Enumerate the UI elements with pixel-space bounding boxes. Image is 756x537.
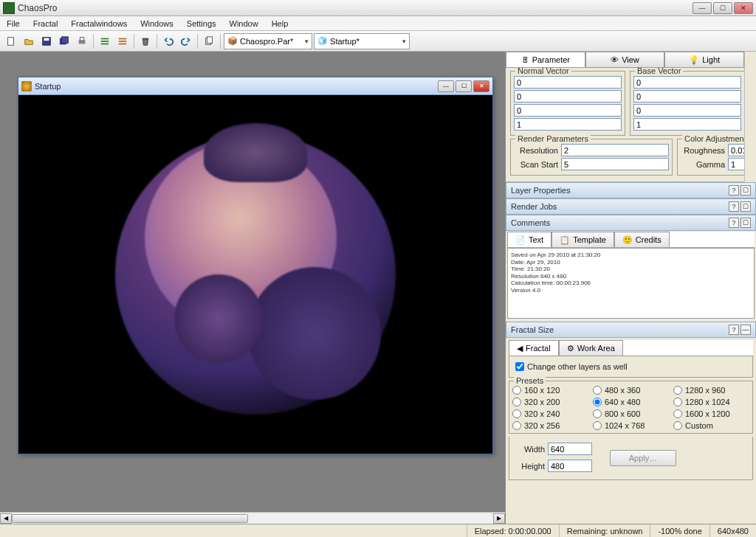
bars-orange-icon[interactable] [114, 33, 131, 49]
menu-windows[interactable]: Windows [134, 18, 180, 30]
preset-800x600[interactable]: 800 x 600 [593, 409, 669, 418]
bars-green-icon[interactable] [97, 33, 113, 49]
width-input[interactable] [548, 443, 592, 455]
minimize-icon[interactable]: — [740, 325, 751, 335]
new-file-icon[interactable] [3, 33, 19, 49]
window-minimize-button[interactable]: — [693, 2, 712, 14]
normal-vector-0[interactable] [514, 76, 622, 89]
workspace-scrollbar-horizontal[interactable]: ◀ ▶ [0, 512, 505, 524]
normal-vector-3[interactable] [514, 118, 622, 131]
size-tab-fractal[interactable]: ◀Fractal [509, 340, 559, 356]
help-icon[interactable]: ? [729, 325, 739, 335]
scan-start-input[interactable] [561, 158, 669, 170]
resolution-input[interactable] [561, 144, 669, 156]
save-all-icon[interactable] [56, 33, 72, 49]
child-minimize-button[interactable]: — [438, 80, 454, 92]
svg-rect-7 [101, 38, 109, 39]
comments-tab-credits[interactable]: 🙂Credits [614, 232, 670, 247]
comments-textbox[interactable]: Saved on Apr 29 2010 at 21:30:20 Date: A… [507, 248, 755, 319]
base-vector-1[interactable] [633, 90, 741, 103]
change-layers-checkbox[interactable]: Change other layers as well [515, 362, 746, 371]
comments-header[interactable]: Comments ?☐ [506, 215, 756, 231]
svg-rect-8 [101, 41, 109, 42]
copy-icon[interactable] [201, 33, 217, 49]
base-vector-3[interactable] [633, 118, 741, 131]
status-bar: Elapsed: 0:00:00.000 Remaining: unknown … [0, 524, 756, 537]
layer-properties-header[interactable]: Layer Properties ?☐ [506, 182, 756, 198]
svg-rect-0 [8, 37, 14, 45]
restore-icon[interactable]: ☐ [740, 185, 751, 195]
preset-1280x1024[interactable]: 1280 x 1024 [673, 398, 749, 406]
preset-640x480[interactable]: 640 x 480 [593, 398, 669, 406]
status-remaining: Remaining: unknown [559, 524, 650, 537]
box-icon: 📦 [227, 36, 238, 46]
menu-fractal[interactable]: Fractal [27, 18, 65, 30]
preset-320x240[interactable]: 320 x 240 [512, 409, 588, 418]
open-file-icon[interactable] [21, 33, 37, 49]
preset-1600x1200[interactable]: 1600 x 1200 [673, 409, 749, 418]
parameter-file-combo[interactable]: 📦 Chaospro.Par* [224, 33, 312, 49]
window-close-button[interactable]: ✕ [734, 2, 753, 14]
preset-custom[interactable]: Custom [673, 421, 749, 430]
side-scrollbar[interactable] [744, 52, 756, 182]
svg-rect-13 [142, 38, 149, 39]
slider-icon: 🎚 [521, 55, 529, 64]
child-close-button[interactable]: ✕ [473, 80, 489, 92]
base-vector-0[interactable] [633, 76, 741, 89]
cube-icon: 🧊 [317, 36, 328, 46]
render-jobs-header[interactable]: Render Jobs ?☐ [506, 198, 756, 215]
roughness-input[interactable] [728, 144, 744, 156]
preset-1024x768[interactable]: 1024 x 768 [593, 421, 669, 430]
entry-combo[interactable]: 🧊 Startup* [314, 33, 410, 49]
help-icon[interactable]: ? [729, 201, 739, 212]
tab-parameter[interactable]: 🎚Parameter [506, 52, 585, 67]
fractal-window-titlebar[interactable]: Startup — ☐ ✕ [18, 77, 492, 95]
menu-settings[interactable]: Settings [180, 18, 223, 30]
gamma-input[interactable] [728, 158, 744, 170]
restore-icon[interactable]: ☐ [740, 201, 751, 212]
apply-button[interactable]: Apply… [610, 450, 676, 466]
tab-view[interactable]: 👁View [585, 52, 665, 67]
menu-fractalwindows[interactable]: Fractalwindows [64, 18, 134, 30]
child-maximize-button[interactable]: ☐ [456, 80, 472, 92]
window-maximize-button[interactable]: ☐ [713, 2, 732, 14]
scroll-thumb[interactable] [12, 514, 248, 523]
comments-tab-text[interactable]: 📄Text [507, 232, 551, 247]
help-icon[interactable]: ? [729, 185, 739, 195]
menubar: File Fractal Fractalwindows Windows Sett… [0, 16, 756, 31]
app-titlebar: ChaosPro — ☐ ✕ [0, 0, 756, 16]
preset-160x120[interactable]: 160 x 120 [512, 386, 588, 395]
fractal-size-header[interactable]: Fractal Size ?— [506, 322, 756, 338]
menu-help[interactable]: Help [265, 18, 295, 30]
base-vector-group: Base Vector [630, 71, 744, 136]
entry-label: Startup* [330, 37, 360, 46]
preset-480x360[interactable]: 480 x 360 [593, 386, 669, 395]
normal-vector-1[interactable] [514, 90, 622, 103]
print-icon[interactable] [74, 33, 90, 49]
base-vector-2[interactable] [633, 104, 741, 117]
render-viewport[interactable] [18, 95, 492, 454]
template-icon: 📋 [560, 235, 570, 245]
size-tab-workarea[interactable]: ⚙Work Area [559, 340, 623, 356]
trash-icon[interactable] [137, 33, 154, 49]
menu-file[interactable]: File [0, 18, 27, 30]
preset-1280x960[interactable]: 1280 x 960 [673, 386, 749, 395]
tab-light[interactable]: 💡Light [664, 52, 744, 67]
scroll-left-icon[interactable]: ◀ [0, 513, 12, 524]
save-icon[interactable] [38, 33, 55, 49]
preset-320x256[interactable]: 320 x 256 [512, 421, 588, 430]
toolbar-sep [93, 34, 94, 49]
help-icon[interactable]: ? [729, 218, 739, 228]
redo-icon[interactable] [178, 33, 194, 49]
undo-icon[interactable] [160, 33, 176, 49]
comments-tab-template[interactable]: 📋Template [551, 232, 614, 247]
render-parameters-group: Render Parameters Resolution Scan Start [510, 139, 673, 176]
toolbar-sep [220, 34, 221, 49]
restore-icon[interactable]: ☐ [740, 218, 751, 228]
scroll-right-icon[interactable]: ▶ [493, 513, 505, 524]
height-input[interactable] [548, 460, 592, 472]
preset-320x200[interactable]: 320 x 200 [512, 398, 588, 406]
normal-vector-2[interactable] [514, 104, 622, 117]
normal-vector-group: Normal Vector [510, 71, 625, 136]
menu-window[interactable]: Window [223, 18, 265, 30]
